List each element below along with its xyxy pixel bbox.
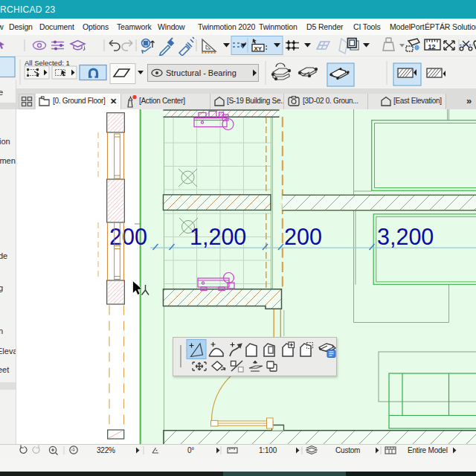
svg-text:200: 200 — [284, 224, 322, 249]
svg-text:All Selected: 1: All Selected: 1 — [25, 59, 70, 67]
svg-text:1,200: 1,200 — [190, 224, 246, 249]
svg-text:3,200: 3,200 — [377, 224, 434, 249]
svg-text:Structural - Bearing: Structural - Bearing — [166, 68, 237, 77]
svg-text:200: 200 — [109, 224, 147, 249]
svg-text:12: 12 — [428, 43, 436, 51]
svg-text:XY: XY — [254, 45, 263, 52]
